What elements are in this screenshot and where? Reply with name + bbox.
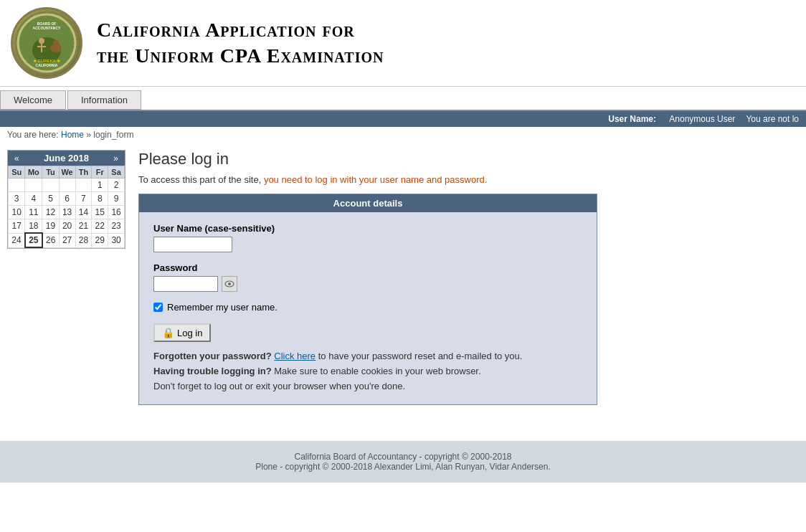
calendar-day[interactable]: 18 [25, 219, 42, 234]
svg-text:★ EUREKA ★: ★ EUREKA ★ [33, 59, 60, 63]
sidebar: « June 2018 » Su Mo Tu We Th Fr Sa [7, 150, 128, 249]
calendar-prev-button[interactable]: « [11, 153, 22, 163]
calendar-day [9, 179, 25, 192]
calendar-day[interactable]: 8 [92, 192, 108, 206]
calendar-day[interactable]: 5 [42, 192, 59, 206]
main-content: Please log in To access this part of the… [138, 150, 799, 405]
password-input[interactable] [153, 276, 218, 292]
svg-text:ACCOUNTANCY: ACCOUNTANCY [33, 26, 61, 30]
calendar-day[interactable]: 4 [25, 192, 42, 206]
username-label: User Name (case-sensitive) [153, 223, 582, 234]
password-field: Password [153, 262, 582, 292]
calendar-day[interactable]: 30 [108, 233, 125, 247]
calendar-day[interactable]: 2 [108, 179, 125, 192]
calendar-body: 1234567891011121314151617181920212223242… [9, 179, 125, 248]
cal-day-sa: Sa [108, 166, 125, 179]
calendar-day[interactable]: 20 [59, 219, 75, 234]
calendar-day[interactable]: 19 [42, 219, 59, 234]
calendar-day[interactable]: 29 [92, 233, 108, 247]
site-title: California Application for the Uniform C… [97, 17, 384, 70]
calendar-day[interactable]: 6 [59, 192, 75, 206]
footer-line1: California Board of Accountancy - copyri… [11, 452, 795, 462]
password-label: Password [153, 262, 582, 273]
tab-information[interactable]: Information [67, 90, 141, 110]
calendar-day[interactable]: 24 [9, 233, 25, 247]
svg-point-11 [53, 40, 59, 46]
calendar-day[interactable]: 11 [25, 206, 42, 219]
calendar-header: « June 2018 » [8, 151, 125, 166]
cal-day-mo: Mo [25, 166, 42, 179]
breadcrumb-home[interactable]: Home [61, 130, 84, 140]
login-icon: 🔒 [162, 327, 174, 338]
username-field: User Name (case-sensitive) [153, 223, 582, 252]
svg-text:CALIFORNIA: CALIFORNIA [36, 63, 58, 67]
intro-text: To access this part of the site, you nee… [138, 174, 799, 185]
forgot-password-text: Forgotten your password? Click here to h… [153, 349, 582, 364]
calendar-month-year: June 2018 [22, 153, 111, 163]
calendar-next-button[interactable]: » [110, 153, 121, 163]
calendar-day[interactable]: 23 [108, 219, 125, 234]
title-line1: California Application for [97, 19, 355, 41]
account-box-header: Account details [139, 194, 597, 212]
calendar-day[interactable]: 10 [9, 206, 25, 219]
calendar-day[interactable]: 3 [9, 192, 25, 206]
calendar-day[interactable]: 27 [59, 233, 75, 247]
main-layout: « June 2018 » Su Mo Tu We Th Fr Sa [0, 143, 806, 412]
page-title: Please log in [138, 150, 799, 168]
calendar-day [75, 179, 92, 192]
calendar-day[interactable]: 7 [75, 192, 92, 206]
remember-label: Remember my user name. [167, 302, 278, 313]
cal-day-tu: Tu [42, 166, 59, 179]
calendar-day[interactable]: 21 [75, 219, 92, 234]
svg-point-7 [39, 38, 44, 44]
password-row [153, 276, 582, 292]
cal-day-fr: Fr [92, 166, 108, 179]
calendar-day[interactable]: 15 [92, 206, 108, 219]
calendar-day[interactable]: 17 [9, 219, 25, 234]
username-input[interactable] [153, 237, 232, 252]
calendar-day[interactable]: 28 [75, 233, 92, 247]
tab-welcome[interactable]: Welcome [0, 90, 66, 110]
account-box-body: User Name (case-sensitive) Password [139, 212, 597, 404]
calendar-day [59, 179, 75, 192]
calendar-grid: Su Mo Tu We Th Fr Sa 1234567891011121314… [8, 166, 125, 248]
login-button[interactable]: 🔒 Log in [153, 323, 211, 342]
calendar-day[interactable]: 22 [92, 219, 108, 234]
calendar: « June 2018 » Su Mo Tu We Th Fr Sa [7, 150, 125, 249]
user-name-status: User Name: Anonymous User [597, 114, 735, 124]
status-bar: User Name: Anonymous User You are not lo [0, 111, 806, 127]
site-logo: BOARD OF ACCOUNTANCY CALIFORNIA ★ EUREKA… [11, 7, 82, 79]
calendar-day[interactable]: 13 [59, 206, 75, 219]
calendar-day[interactable]: 12 [42, 206, 59, 219]
footer: California Board of Accountancy - copyri… [0, 441, 806, 483]
calendar-day[interactable]: 9 [108, 192, 125, 206]
calendar-day[interactable]: 14 [75, 206, 92, 219]
header: BOARD OF ACCOUNTANCY CALIFORNIA ★ EUREKA… [0, 0, 806, 87]
remember-row: Remember my user name. [153, 302, 582, 313]
calendar-day [42, 179, 59, 192]
cal-day-we: We [59, 166, 75, 179]
cal-day-th: Th [75, 166, 92, 179]
calendar-day[interactable]: 1 [92, 179, 108, 192]
account-box: Account details User Name (case-sensitiv… [138, 194, 597, 405]
nav-tabs: Welcome Information [0, 87, 806, 111]
svg-point-13 [228, 282, 231, 285]
logout-reminder: Don't forget to log out or exit your bro… [153, 379, 582, 394]
title-line2: the Uniform CPA Examination [97, 44, 384, 67]
trouble-text: Having trouble logging in? Make sure to … [153, 364, 582, 379]
calendar-day[interactable]: 26 [42, 233, 59, 247]
calendar-day[interactable]: 16 [108, 206, 125, 219]
cal-day-su: Su [9, 166, 25, 179]
forgot-password-link[interactable]: Click here [274, 351, 316, 361]
login-status: You are not lo [746, 114, 799, 124]
footer-line2: Plone - copyright © 2000-2018 Alexander … [11, 462, 795, 472]
remember-checkbox[interactable] [153, 303, 163, 312]
breadcrumb: You are here: Home » login_form [0, 127, 806, 143]
calendar-day [25, 179, 42, 192]
calendar-day[interactable]: 25 [25, 233, 42, 247]
help-text: Forgotten your password? Click here to h… [153, 349, 582, 394]
password-toggle-icon[interactable] [222, 276, 237, 292]
